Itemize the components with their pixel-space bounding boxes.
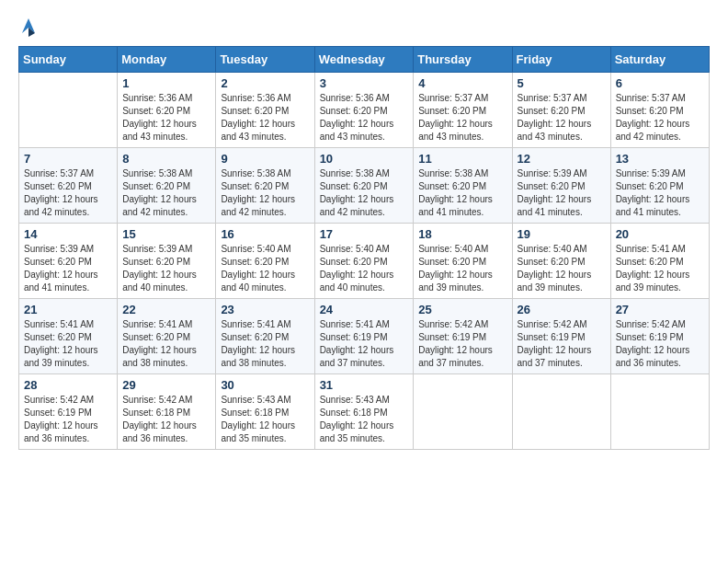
calendar-cell: 10Sunrise: 5:38 AM Sunset: 6:20 PM Dayli…: [314, 148, 414, 224]
day-info: Sunrise: 5:36 AM Sunset: 6:20 PM Dayligh…: [320, 92, 409, 144]
day-info: Sunrise: 5:43 AM Sunset: 6:18 PM Dayligh…: [320, 394, 409, 445]
calendar-table: Sunday Monday Tuesday Wednesday Thursday…: [18, 46, 710, 450]
calendar-cell: [414, 374, 512, 450]
day-number: 26: [518, 303, 606, 316]
calendar-cell: [610, 374, 709, 450]
day-info: Sunrise: 5:38 AM Sunset: 6:20 PM Dayligh…: [320, 167, 409, 219]
day-info: Sunrise: 5:41 AM Sunset: 6:20 PM Dayligh…: [24, 318, 112, 370]
calendar-week-row: 1Sunrise: 5:36 AM Sunset: 6:20 PM Daylig…: [19, 73, 710, 148]
day-number: 24: [320, 303, 409, 316]
day-number: 30: [221, 378, 309, 392]
calendar-cell: 20Sunrise: 5:41 AM Sunset: 6:20 PM Dayli…: [610, 224, 709, 299]
calendar-cell: 18Sunrise: 5:40 AM Sunset: 6:20 PM Dayli…: [414, 224, 512, 299]
calendar-week-row: 28Sunrise: 5:42 AM Sunset: 6:19 PM Dayli…: [19, 374, 710, 450]
day-info: Sunrise: 5:39 AM Sunset: 6:20 PM Dayligh…: [24, 243, 112, 294]
day-info: Sunrise: 5:36 AM Sunset: 6:20 PM Dayligh…: [221, 92, 309, 144]
calendar-cell: 4Sunrise: 5:37 AM Sunset: 6:20 PM Daylig…: [414, 73, 512, 148]
day-number: 20: [616, 227, 704, 241]
day-number: 19: [518, 227, 606, 241]
day-info: Sunrise: 5:38 AM Sunset: 6:20 PM Dayligh…: [418, 167, 506, 219]
day-info: Sunrise: 5:40 AM Sunset: 6:20 PM Dayligh…: [518, 243, 606, 294]
calendar-header-row: Sunday Monday Tuesday Wednesday Thursday…: [19, 47, 710, 73]
day-info: Sunrise: 5:39 AM Sunset: 6:20 PM Dayligh…: [122, 243, 210, 294]
day-number: 28: [24, 378, 112, 392]
calendar-cell: 19Sunrise: 5:40 AM Sunset: 6:20 PM Dayli…: [512, 224, 610, 299]
day-info: Sunrise: 5:37 AM Sunset: 6:20 PM Dayligh…: [518, 92, 606, 144]
day-number: 12: [518, 152, 606, 166]
day-info: Sunrise: 5:42 AM Sunset: 6:19 PM Dayligh…: [418, 318, 506, 370]
calendar-cell: 15Sunrise: 5:39 AM Sunset: 6:20 PM Dayli…: [118, 224, 216, 299]
calendar-cell: 6Sunrise: 5:37 AM Sunset: 6:20 PM Daylig…: [610, 73, 709, 148]
day-number: 3: [320, 76, 409, 90]
calendar-cell: 22Sunrise: 5:41 AM Sunset: 6:20 PM Dayli…: [118, 299, 216, 374]
day-info: Sunrise: 5:38 AM Sunset: 6:20 PM Dayligh…: [221, 167, 309, 219]
col-saturday: Saturday: [610, 47, 709, 73]
calendar-cell: 31Sunrise: 5:43 AM Sunset: 6:18 PM Dayli…: [314, 374, 414, 450]
day-number: 13: [616, 152, 704, 166]
day-number: 7: [24, 152, 112, 166]
day-number: 15: [122, 227, 210, 241]
day-number: 22: [122, 303, 210, 316]
page-header: [18, 18, 710, 39]
day-number: 17: [320, 227, 409, 241]
calendar-cell: 9Sunrise: 5:38 AM Sunset: 6:20 PM Daylig…: [216, 148, 314, 224]
day-info: Sunrise: 5:40 AM Sunset: 6:20 PM Dayligh…: [221, 243, 309, 294]
day-info: Sunrise: 5:37 AM Sunset: 6:20 PM Dayligh…: [418, 92, 506, 144]
day-info: Sunrise: 5:40 AM Sunset: 6:20 PM Dayligh…: [418, 243, 506, 294]
day-number: 18: [418, 227, 506, 241]
logo: [18, 18, 39, 39]
calendar-week-row: 7Sunrise: 5:37 AM Sunset: 6:20 PM Daylig…: [19, 148, 710, 224]
day-info: Sunrise: 5:37 AM Sunset: 6:20 PM Dayligh…: [616, 92, 704, 144]
day-info: Sunrise: 5:39 AM Sunset: 6:20 PM Dayligh…: [518, 167, 606, 219]
calendar-cell: 8Sunrise: 5:38 AM Sunset: 6:20 PM Daylig…: [118, 148, 216, 224]
day-info: Sunrise: 5:42 AM Sunset: 6:19 PM Dayligh…: [24, 394, 112, 445]
calendar-cell: 23Sunrise: 5:41 AM Sunset: 6:20 PM Dayli…: [216, 299, 314, 374]
logo-icon: [20, 17, 37, 37]
calendar-cell: 5Sunrise: 5:37 AM Sunset: 6:20 PM Daylig…: [512, 73, 610, 148]
col-tuesday: Tuesday: [216, 47, 314, 73]
calendar-week-row: 14Sunrise: 5:39 AM Sunset: 6:20 PM Dayli…: [19, 224, 710, 299]
day-info: Sunrise: 5:41 AM Sunset: 6:20 PM Dayligh…: [122, 318, 210, 370]
calendar-cell: 14Sunrise: 5:39 AM Sunset: 6:20 PM Dayli…: [19, 224, 118, 299]
calendar-cell: 3Sunrise: 5:36 AM Sunset: 6:20 PM Daylig…: [314, 73, 414, 148]
day-info: Sunrise: 5:42 AM Sunset: 6:19 PM Dayligh…: [518, 318, 606, 370]
calendar-cell: 25Sunrise: 5:42 AM Sunset: 6:19 PM Dayli…: [414, 299, 512, 374]
calendar-cell: 12Sunrise: 5:39 AM Sunset: 6:20 PM Dayli…: [512, 148, 610, 224]
day-info: Sunrise: 5:36 AM Sunset: 6:20 PM Dayligh…: [122, 92, 210, 144]
calendar-cell: 28Sunrise: 5:42 AM Sunset: 6:19 PM Dayli…: [19, 374, 118, 450]
col-friday: Friday: [512, 47, 610, 73]
day-number: 11: [418, 152, 506, 166]
day-number: 16: [221, 227, 309, 241]
calendar-cell: 21Sunrise: 5:41 AM Sunset: 6:20 PM Dayli…: [19, 299, 118, 374]
col-wednesday: Wednesday: [314, 47, 414, 73]
day-info: Sunrise: 5:43 AM Sunset: 6:18 PM Dayligh…: [221, 394, 309, 445]
day-number: 10: [320, 152, 409, 166]
calendar-cell: [19, 73, 118, 148]
day-number: 1: [122, 76, 210, 90]
calendar-cell: 27Sunrise: 5:42 AM Sunset: 6:19 PM Dayli…: [610, 299, 709, 374]
day-info: Sunrise: 5:38 AM Sunset: 6:20 PM Dayligh…: [122, 167, 210, 219]
calendar-cell: 13Sunrise: 5:39 AM Sunset: 6:20 PM Dayli…: [610, 148, 709, 224]
col-sunday: Sunday: [19, 47, 118, 73]
day-info: Sunrise: 5:37 AM Sunset: 6:20 PM Dayligh…: [24, 167, 112, 219]
calendar-cell: 16Sunrise: 5:40 AM Sunset: 6:20 PM Dayli…: [216, 224, 314, 299]
calendar-cell: 2Sunrise: 5:36 AM Sunset: 6:20 PM Daylig…: [216, 73, 314, 148]
calendar-cell: 11Sunrise: 5:38 AM Sunset: 6:20 PM Dayli…: [414, 148, 512, 224]
day-number: 29: [122, 378, 210, 392]
day-number: 31: [320, 378, 409, 392]
day-number: 23: [221, 303, 309, 316]
day-number: 4: [418, 76, 506, 90]
day-number: 6: [616, 76, 704, 90]
calendar-cell: [512, 374, 610, 450]
day-number: 14: [24, 227, 112, 241]
calendar-cell: 1Sunrise: 5:36 AM Sunset: 6:20 PM Daylig…: [118, 73, 216, 148]
day-number: 9: [221, 152, 309, 166]
day-info: Sunrise: 5:41 AM Sunset: 6:20 PM Dayligh…: [221, 318, 309, 370]
day-number: 2: [221, 76, 309, 90]
day-info: Sunrise: 5:42 AM Sunset: 6:19 PM Dayligh…: [616, 318, 704, 370]
col-thursday: Thursday: [414, 47, 512, 73]
calendar-cell: 17Sunrise: 5:40 AM Sunset: 6:20 PM Dayli…: [314, 224, 414, 299]
day-info: Sunrise: 5:41 AM Sunset: 6:20 PM Dayligh…: [616, 243, 704, 294]
calendar-cell: 7Sunrise: 5:37 AM Sunset: 6:20 PM Daylig…: [19, 148, 118, 224]
calendar-cell: 30Sunrise: 5:43 AM Sunset: 6:18 PM Dayli…: [216, 374, 314, 450]
